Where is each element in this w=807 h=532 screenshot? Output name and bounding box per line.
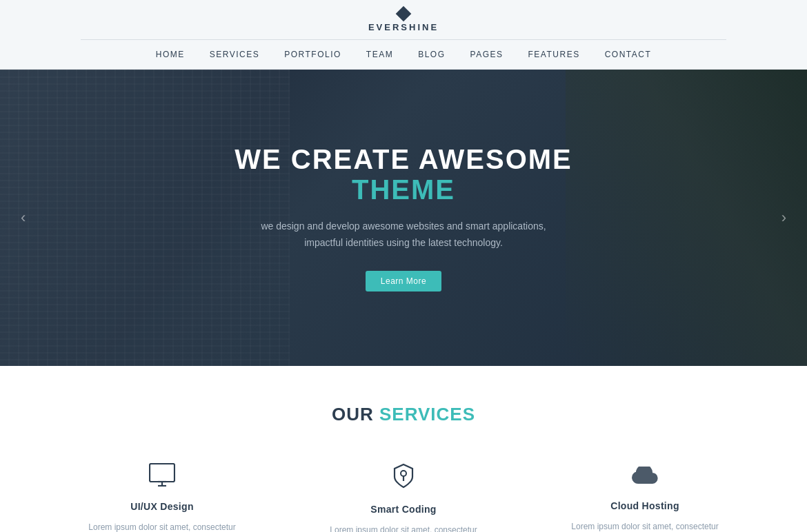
service-name: Cloud Hosting: [552, 500, 738, 511]
service-desc: Lorem ipsum dolor sit amet, consectetur …: [552, 520, 738, 532]
nav-item-blog[interactable]: BLOG: [406, 47, 457, 62]
hero-section: ‹ WE CREATE AWESOME THEME we design and …: [0, 70, 807, 366]
service-item: Cloud HostingLorem ipsum dolor sit amet,…: [538, 456, 752, 532]
nav-item-team[interactable]: TEAM: [354, 47, 406, 62]
service-desc: Lorem ipsum dolor sit amet, consectetur …: [69, 520, 255, 532]
service-icon-smart-coding: [310, 463, 497, 495]
service-desc: Lorem ipsum dolor sit amet, consectetur …: [310, 523, 497, 532]
services-grid: UI/UX DesignLorem ipsum dolor sit amet, …: [55, 456, 752, 532]
service-item: Smart CodingLorem ipsum dolor sit amet, …: [297, 456, 510, 532]
service-icon-ui/ux-design: [69, 463, 255, 493]
service-name: Smart Coding: [310, 504, 497, 515]
svg-point-4: [401, 471, 406, 476]
services-title-accent: SERVICES: [379, 404, 475, 424]
svg-rect-0: [150, 464, 175, 482]
hero-next-arrow[interactable]: ›: [775, 202, 793, 234]
nav-item-features[interactable]: FEATURES: [516, 47, 592, 62]
services-section: OUR SERVICES UI/UX DesignLorem ipsum dol…: [0, 366, 807, 532]
services-title: OUR SERVICES: [55, 404, 752, 425]
hero-title-accent: THEME: [352, 174, 455, 205]
hero-title-part1: WE CREATE AWESOME: [235, 144, 572, 174]
hero-subtitle: we design and develop awesome websites a…: [197, 218, 610, 252]
hero-subtitle-line2: impactful identities using the latest te…: [304, 237, 503, 248]
logo-area: EVERSHINE: [0, 8, 807, 32]
hero-content: WE CREATE AWESOME THEME we design and de…: [197, 144, 610, 291]
main-nav: HOMESERVICESPORTFOLIOTEAMBLOGPAGESFEATUR…: [0, 40, 807, 69]
hero-subtitle-line1: we design and develop awesome websites a…: [261, 221, 546, 232]
nav-item-pages[interactable]: PAGES: [458, 47, 516, 62]
service-name: UI/UX Design: [69, 501, 255, 512]
hero-learn-more-button[interactable]: Learn More: [366, 271, 441, 291]
logo-diamond-icon: [396, 6, 412, 22]
hero-title: WE CREATE AWESOME THEME: [197, 144, 610, 205]
hero-prev-arrow[interactable]: ‹: [14, 202, 32, 234]
nav-item-home[interactable]: HOME: [143, 47, 197, 62]
services-title-part1: OUR: [332, 404, 379, 424]
site-header: EVERSHINE HOMESERVICESPORTFOLIOTEAMBLOGP…: [0, 0, 807, 70]
nav-item-services[interactable]: SERVICES: [197, 47, 272, 62]
nav-item-contact[interactable]: CONTACT: [592, 47, 664, 62]
nav-item-portfolio[interactable]: PORTFOLIO: [272, 47, 354, 62]
service-icon-cloud-hosting: [552, 463, 738, 492]
logo-text: EVERSHINE: [368, 22, 439, 32]
service-item: UI/UX DesignLorem ipsum dolor sit amet, …: [55, 456, 269, 532]
